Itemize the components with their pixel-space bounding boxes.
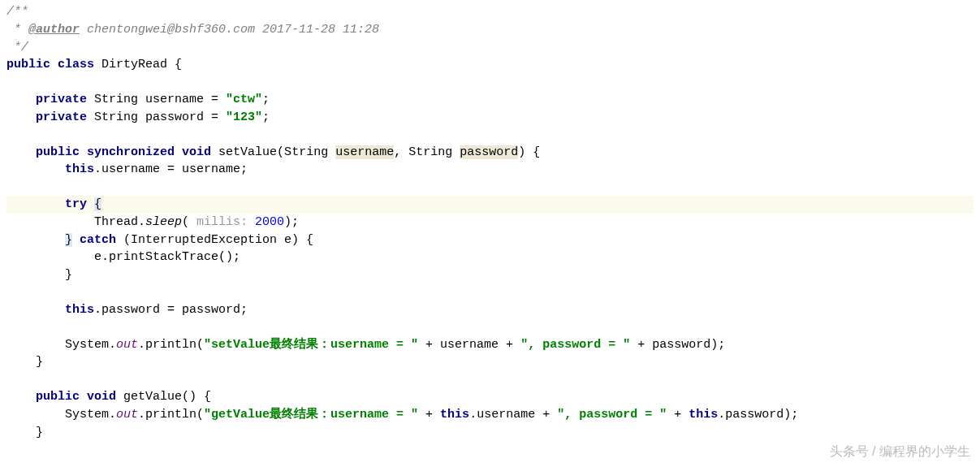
sysout-getvalue: System.out.println("getValue最终结果：usernam… — [6, 406, 974, 424]
blank-line — [6, 371, 974, 388]
try-line: try { — [6, 196, 974, 214]
method-setvalue: public synchronized void setValue(String… — [6, 144, 974, 162]
close-try: } — [6, 266, 974, 284]
assign-username: this.username = username; — [6, 161, 974, 179]
javadoc-end: */ — [6, 39, 974, 57]
blank-line — [6, 74, 974, 91]
field-username: private String username = "ctw"; — [6, 91, 974, 109]
watermark: 头条号 / 编程界的小学生 — [830, 442, 970, 461]
method-getvalue: public void getValue() { — [6, 388, 974, 406]
print-stacktrace: e.printStackTrace(); — [6, 249, 974, 266]
javadoc-author: * @author chentongwei@bshf360.com 2017-1… — [6, 21, 974, 39]
javadoc-start: /** — [6, 3, 974, 21]
blank-line — [6, 179, 974, 196]
blank-line — [6, 127, 974, 144]
sysout-setvalue: System.out.println("setValue最终结果：usernam… — [6, 336, 974, 354]
blank-line — [6, 284, 974, 301]
class-declaration: public class DirtyRead { — [6, 56, 974, 74]
code-editor[interactable]: /** * @author chentongwei@bshf360.com 20… — [6, 3, 974, 441]
close-method: } — [6, 353, 974, 371]
blank-line — [6, 319, 974, 336]
close-method: } — [6, 424, 974, 442]
thread-sleep: Thread.sleep( millis: 2000); — [6, 214, 974, 231]
field-password: private String password = "123"; — [6, 109, 974, 127]
assign-password: this.password = password; — [6, 301, 974, 319]
catch-line: } catch (InterruptedException e) { — [6, 231, 974, 249]
